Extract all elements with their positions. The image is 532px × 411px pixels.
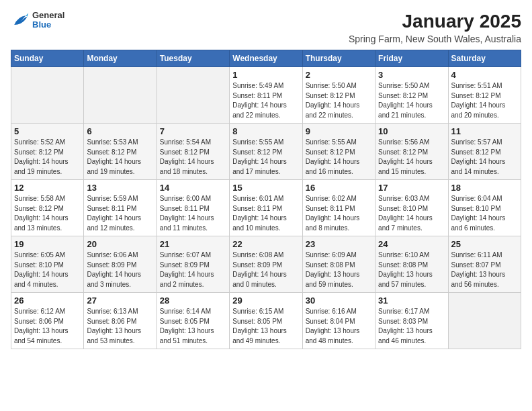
day-number: 27 [87, 295, 153, 306]
calendar-subtitle: Spring Farm, New South Wales, Australia [349, 34, 521, 44]
day-number: 16 [306, 183, 372, 193]
calendar-cell: 19Sunrise: 6:05 AM Sunset: 8:10 PM Dayli… [11, 236, 84, 293]
calendar-cell: 17Sunrise: 6:03 AM Sunset: 8:10 PM Dayli… [375, 180, 448, 236]
calendar-cell: 28Sunrise: 6:14 AM Sunset: 8:05 PM Dayli… [157, 293, 229, 349]
day-info: Sunrise: 5:51 AM Sunset: 8:12 PM Dayligh… [451, 81, 518, 120]
day-info: Sunrise: 6:01 AM Sunset: 8:11 PM Dayligh… [232, 194, 299, 233]
calendar-cell: 24Sunrise: 6:10 AM Sunset: 8:08 PM Dayli… [375, 236, 448, 293]
calendar-cell: 13Sunrise: 5:59 AM Sunset: 8:11 PM Dayli… [84, 180, 157, 236]
calendar-cell: 25Sunrise: 6:11 AM Sunset: 8:07 PM Dayli… [448, 236, 521, 293]
calendar-week-row: 19Sunrise: 6:05 AM Sunset: 8:10 PM Dayli… [11, 236, 521, 293]
calendar-cell: 9Sunrise: 5:55 AM Sunset: 8:12 PM Daylig… [302, 124, 375, 180]
day-number: 17 [378, 183, 445, 193]
calendar-cell: 30Sunrise: 6:16 AM Sunset: 8:04 PM Dayli… [302, 293, 375, 349]
calendar-cell: 6Sunrise: 5:53 AM Sunset: 8:12 PM Daylig… [84, 124, 157, 180]
day-info: Sunrise: 5:49 AM Sunset: 8:11 PM Dayligh… [232, 81, 299, 120]
calendar-week-row: 1Sunrise: 5:49 AM Sunset: 8:11 PM Daylig… [11, 67, 521, 124]
day-info: Sunrise: 5:55 AM Sunset: 8:12 PM Dayligh… [306, 138, 372, 177]
calendar-cell: 7Sunrise: 5:54 AM Sunset: 8:12 PM Daylig… [157, 124, 229, 180]
day-info: Sunrise: 5:58 AM Sunset: 8:12 PM Dayligh… [14, 194, 81, 233]
calendar-cell: 11Sunrise: 5:57 AM Sunset: 8:12 PM Dayli… [448, 124, 521, 180]
day-number: 31 [378, 295, 445, 306]
calendar-cell: 10Sunrise: 5:56 AM Sunset: 8:12 PM Dayli… [375, 124, 448, 180]
day-info: Sunrise: 6:17 AM Sunset: 8:03 PM Dayligh… [378, 307, 445, 346]
day-number: 1 [232, 70, 299, 80]
day-info: Sunrise: 5:59 AM Sunset: 8:11 PM Dayligh… [87, 194, 153, 233]
day-info: Sunrise: 6:11 AM Sunset: 8:07 PM Dayligh… [451, 250, 518, 289]
day-info: Sunrise: 5:54 AM Sunset: 8:12 PM Dayligh… [160, 138, 226, 177]
day-info: Sunrise: 6:00 AM Sunset: 8:11 PM Dayligh… [160, 194, 226, 233]
logo-blue: Blue [32, 20, 64, 30]
day-number: 19 [14, 239, 81, 249]
calendar-cell: 2Sunrise: 5:50 AM Sunset: 8:12 PM Daylig… [302, 67, 375, 124]
calendar-cell: 27Sunrise: 6:13 AM Sunset: 8:06 PM Dayli… [84, 293, 157, 349]
day-info: Sunrise: 6:10 AM Sunset: 8:08 PM Dayligh… [378, 250, 445, 289]
day-info: Sunrise: 6:14 AM Sunset: 8:05 PM Dayligh… [160, 307, 226, 346]
day-info: Sunrise: 6:12 AM Sunset: 8:06 PM Dayligh… [14, 307, 81, 346]
day-number: 13 [87, 183, 153, 193]
day-number: 9 [306, 126, 372, 136]
day-number: 18 [451, 183, 518, 193]
day-number: 7 [160, 126, 226, 136]
calendar-cell: 23Sunrise: 6:09 AM Sunset: 8:08 PM Dayli… [302, 236, 375, 293]
day-number: 23 [306, 239, 372, 249]
day-number: 8 [232, 126, 299, 136]
logo-bird-icon [11, 11, 30, 30]
calendar-week-row: 5Sunrise: 5:52 AM Sunset: 8:12 PM Daylig… [11, 124, 521, 180]
calendar-cell: 14Sunrise: 6:00 AM Sunset: 8:11 PM Dayli… [157, 180, 229, 236]
calendar-cell: 12Sunrise: 5:58 AM Sunset: 8:12 PM Dayli… [11, 180, 84, 236]
logo: General Blue [11, 11, 64, 30]
calendar-cell [157, 67, 229, 124]
weekday-header-monday: Monday [84, 50, 157, 67]
calendar-table: SundayMondayTuesdayWednesdayThursdayFrid… [11, 50, 521, 349]
day-info: Sunrise: 6:07 AM Sunset: 8:09 PM Dayligh… [160, 250, 226, 289]
weekday-header-sunday: Sunday [11, 50, 84, 67]
day-info: Sunrise: 5:50 AM Sunset: 8:12 PM Dayligh… [378, 81, 445, 120]
weekday-header-wednesday: Wednesday [230, 50, 302, 67]
weekday-header-thursday: Thursday [302, 50, 375, 67]
day-info: Sunrise: 6:13 AM Sunset: 8:06 PM Dayligh… [87, 307, 153, 346]
day-info: Sunrise: 6:15 AM Sunset: 8:05 PM Dayligh… [232, 307, 299, 346]
day-info: Sunrise: 6:16 AM Sunset: 8:04 PM Dayligh… [306, 307, 372, 346]
calendar-week-row: 12Sunrise: 5:58 AM Sunset: 8:12 PM Dayli… [11, 180, 521, 236]
calendar-cell [11, 67, 84, 124]
day-number: 29 [232, 295, 299, 306]
day-number: 2 [306, 70, 372, 80]
day-number: 24 [378, 239, 445, 249]
day-info: Sunrise: 6:09 AM Sunset: 8:08 PM Dayligh… [306, 250, 372, 289]
calendar-cell: 5Sunrise: 5:52 AM Sunset: 8:12 PM Daylig… [11, 124, 84, 180]
calendar-cell: 15Sunrise: 6:01 AM Sunset: 8:11 PM Dayli… [230, 180, 302, 236]
day-number: 4 [451, 70, 518, 80]
weekday-header-row: SundayMondayTuesdayWednesdayThursdayFrid… [11, 50, 521, 67]
weekday-header-friday: Friday [375, 50, 448, 67]
page-header: General Blue January 2025 Spring Farm, N… [11, 11, 521, 44]
calendar-cell: 22Sunrise: 6:08 AM Sunset: 8:09 PM Dayli… [230, 236, 302, 293]
calendar-cell: 26Sunrise: 6:12 AM Sunset: 8:06 PM Dayli… [11, 293, 84, 349]
day-info: Sunrise: 6:04 AM Sunset: 8:10 PM Dayligh… [451, 194, 518, 233]
calendar-cell: 20Sunrise: 6:06 AM Sunset: 8:09 PM Dayli… [84, 236, 157, 293]
day-number: 6 [87, 126, 153, 136]
day-number: 3 [378, 70, 445, 80]
day-number: 15 [232, 183, 299, 193]
calendar-title: January 2025 [349, 11, 521, 32]
day-number: 21 [160, 239, 226, 249]
weekday-header-saturday: Saturday [448, 50, 521, 67]
calendar-cell [84, 67, 157, 124]
calendar-cell [448, 293, 521, 349]
day-number: 25 [451, 239, 518, 249]
calendar-cell: 8Sunrise: 5:55 AM Sunset: 8:12 PM Daylig… [230, 124, 302, 180]
day-number: 14 [160, 183, 226, 193]
day-number: 30 [306, 295, 372, 306]
calendar-cell: 3Sunrise: 5:50 AM Sunset: 8:12 PM Daylig… [375, 67, 448, 124]
day-number: 5 [14, 126, 81, 136]
calendar-cell: 16Sunrise: 6:02 AM Sunset: 8:11 PM Dayli… [302, 180, 375, 236]
logo-text: General Blue [32, 11, 64, 30]
day-info: Sunrise: 6:03 AM Sunset: 8:10 PM Dayligh… [378, 194, 445, 233]
title-block: January 2025 Spring Farm, New South Wale… [349, 11, 521, 44]
calendar-cell: 4Sunrise: 5:51 AM Sunset: 8:12 PM Daylig… [448, 67, 521, 124]
day-number: 26 [14, 295, 81, 306]
day-number: 20 [87, 239, 153, 249]
day-number: 11 [451, 126, 518, 136]
day-info: Sunrise: 5:53 AM Sunset: 8:12 PM Dayligh… [87, 138, 153, 177]
day-info: Sunrise: 6:02 AM Sunset: 8:11 PM Dayligh… [306, 194, 372, 233]
